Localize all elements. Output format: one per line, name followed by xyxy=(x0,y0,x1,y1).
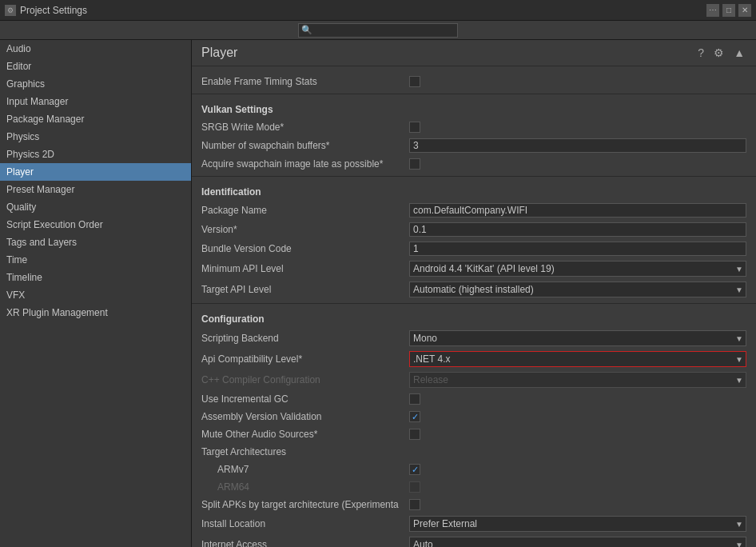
setting-label: Scripting Backend xyxy=(201,333,409,344)
dropdown-select[interactable]: Auto xyxy=(409,537,746,547)
dropdown-select[interactable]: Mono xyxy=(409,330,746,346)
checkbox-input[interactable] xyxy=(409,393,420,405)
setting-label: Api Compatibility Level* xyxy=(201,353,409,365)
setting-label: ARMv7 xyxy=(201,464,409,475)
setting-value-wrapper xyxy=(409,242,746,256)
setting-label: Package Name xyxy=(201,205,409,216)
setting-row: Target API LevelAutomatic (highest insta… xyxy=(192,279,756,300)
setting-value-wrapper xyxy=(409,499,746,510)
sidebar-item-audio[interactable]: Audio xyxy=(0,40,191,58)
setting-row: Use Incremental GC xyxy=(192,390,756,408)
more-options-button[interactable]: ⋯ xyxy=(706,4,719,17)
sidebar-item-player[interactable]: Player xyxy=(0,163,191,181)
setting-label: ARM64 xyxy=(201,481,409,493)
setting-row: ARMv7 xyxy=(192,461,756,478)
sidebar-item-script-execution-order[interactable]: Script Execution Order xyxy=(0,216,191,234)
setting-value-wrapper xyxy=(409,122,746,133)
setting-row: Minimum API LevelAndroid 4.4 'KitKat' (A… xyxy=(192,258,756,279)
sidebar-item-graphics[interactable]: Graphics xyxy=(0,75,191,93)
text-input[interactable] xyxy=(409,222,746,237)
setting-label: Bundle Version Code xyxy=(201,243,409,254)
dropdown-wrapper: Android 4.4 'KitKat' (API level 19)▼ xyxy=(409,261,746,277)
setting-label: Acquire swapchain image late as possible… xyxy=(201,158,409,170)
setting-row: Acquire swapchain image late as possible… xyxy=(192,155,756,173)
checkbox-input[interactable] xyxy=(409,481,420,493)
setting-row: Bundle Version Code xyxy=(192,239,756,258)
section-header-configuration: Configuration xyxy=(192,307,756,328)
sidebar-item-package-manager[interactable]: Package Manager xyxy=(0,110,191,128)
sidebar-item-physics-2d[interactable]: Physics 2D xyxy=(0,146,191,163)
sidebar-item-editor[interactable]: Editor xyxy=(0,58,191,75)
sidebar-item-tags-and-layers[interactable]: Tags and Layers xyxy=(0,234,191,251)
setting-value-wrapper xyxy=(409,76,746,87)
sidebar-item-physics[interactable]: Physics xyxy=(0,128,191,146)
text-input[interactable] xyxy=(409,242,746,256)
search-input[interactable] xyxy=(298,23,458,38)
setting-label: Use Incremental GC xyxy=(201,393,409,405)
search-icon: 🔍 xyxy=(301,25,312,35)
section-divider xyxy=(192,176,756,177)
setting-label: Enable Frame Timing Stats xyxy=(201,76,409,87)
setting-row: Target Architectures xyxy=(192,443,756,461)
setting-row: Split APKs by target architecture (Exper… xyxy=(192,496,756,513)
sidebar-item-quality[interactable]: Quality xyxy=(0,198,191,216)
sidebar-item-time[interactable]: Time xyxy=(0,251,191,269)
sidebar: AudioEditorGraphicsInput ManagerPackage … xyxy=(0,40,192,547)
setting-label: Target Architectures xyxy=(201,446,409,457)
setting-row: Api Compatibility Level*.NET 4.x▼ xyxy=(192,349,756,369)
sidebar-item-preset-manager[interactable]: Preset Manager xyxy=(0,181,191,198)
setting-value-wrapper xyxy=(409,429,746,440)
text-input[interactable] xyxy=(409,138,746,153)
sidebar-item-timeline[interactable]: Timeline xyxy=(0,269,191,286)
setting-row: C++ Compiler ConfigurationRelease▼ xyxy=(192,369,756,390)
dropdown-select[interactable]: .NET 4.x xyxy=(409,351,746,367)
checkbox-input[interactable] xyxy=(409,411,420,422)
window-title: Project Settings xyxy=(20,5,87,16)
setting-label: Number of swapchain buffers* xyxy=(201,140,409,151)
help-icon-button[interactable]: ? xyxy=(696,45,706,61)
setting-row: Mute Other Audio Sources* xyxy=(192,425,756,443)
header-icons: ? ⚙ ▲ xyxy=(696,45,746,61)
settings-icon-button[interactable]: ⚙ xyxy=(712,45,726,61)
setting-label: Target API Level xyxy=(201,284,409,295)
setting-value-wrapper xyxy=(409,393,746,405)
content-scroll[interactable]: Enable Frame Timing StatsVulkan Settings… xyxy=(192,66,756,547)
collapse-icon-button[interactable]: ▲ xyxy=(732,45,746,61)
setting-value-wrapper xyxy=(409,203,746,218)
setting-row: ARM64 xyxy=(192,478,756,496)
dropdown-select[interactable]: Release xyxy=(409,372,746,388)
setting-label: Version* xyxy=(201,224,409,235)
restore-button[interactable]: □ xyxy=(722,4,735,17)
checkbox-input[interactable] xyxy=(409,464,420,475)
setting-value-wrapper: Prefer External▼ xyxy=(409,516,746,532)
sidebar-item-xr-plugin-management[interactable]: XR Plugin Management xyxy=(0,304,191,321)
checkbox-input[interactable] xyxy=(409,429,420,440)
text-input[interactable] xyxy=(409,203,746,218)
close-button[interactable]: ✕ xyxy=(738,4,751,17)
sidebar-item-input-manager[interactable]: Input Manager xyxy=(0,93,191,110)
setting-row: Number of swapchain buffers* xyxy=(192,136,756,155)
setting-value-wrapper xyxy=(409,481,746,493)
section-divider xyxy=(192,303,756,304)
dropdown-wrapper: Mono▼ xyxy=(409,330,746,346)
search-bar: 🔍 xyxy=(0,21,756,40)
dropdown-select[interactable]: Android 4.4 'KitKat' (API level 19) xyxy=(409,261,746,277)
checkbox-input[interactable] xyxy=(409,158,420,170)
setting-row: Assembly Version Validation xyxy=(192,408,756,425)
content-header: Player ? ⚙ ▲ xyxy=(192,40,756,66)
sidebar-item-vfx[interactable]: VFX xyxy=(0,286,191,304)
dropdown-select[interactable]: Prefer External xyxy=(409,516,746,532)
dropdown-wrapper: Prefer External▼ xyxy=(409,516,746,532)
section-header-vulkan-settings: Vulkan Settings xyxy=(192,98,756,118)
checkbox-input[interactable] xyxy=(409,499,420,510)
setting-label: Minimum API Level xyxy=(201,263,409,274)
checkbox-input[interactable] xyxy=(409,122,420,133)
dropdown-wrapper: .NET 4.x▼ xyxy=(409,351,746,367)
setting-value-wrapper: Release▼ xyxy=(409,372,746,388)
dropdown-select[interactable]: Automatic (highest installed) xyxy=(409,281,746,297)
setting-value-wrapper: Android 4.4 'KitKat' (API level 19)▼ xyxy=(409,261,746,277)
setting-label: Split APKs by target architecture (Exper… xyxy=(201,499,409,510)
checkbox-input[interactable] xyxy=(409,76,420,87)
setting-row: SRGB Write Mode* xyxy=(192,118,756,136)
window-controls: ⋯ □ ✕ xyxy=(706,4,751,17)
